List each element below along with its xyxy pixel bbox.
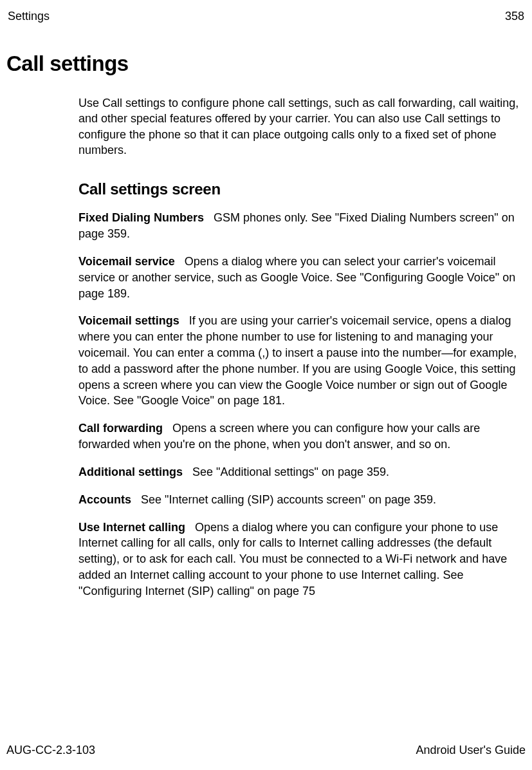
intro-paragraph: Use Call settings to configure phone cal…	[78, 95, 526, 158]
entry-text: If you are using your carrier's voicemai…	[78, 314, 517, 407]
header-section: Settings	[8, 10, 50, 23]
entry-label: Additional settings	[78, 465, 192, 478]
footer-doc-id: AUG-CC-2.3-103	[6, 744, 95, 757]
entry-accounts: AccountsSee "Internet calling (SIP) acco…	[78, 492, 526, 508]
entry-label: Use Internet calling	[78, 521, 195, 534]
entry-voicemail-service: Voicemail serviceOpens a dialog where yo…	[78, 254, 526, 301]
entry-voicemail-settings: Voicemail settingsIf you are using your …	[78, 313, 526, 409]
entry-label: Voicemail settings	[78, 314, 189, 327]
entry-label: Call forwarding	[78, 422, 172, 435]
header-page-number: 358	[505, 10, 524, 23]
page-footer: AUG-CC-2.3-103 Android User's Guide	[6, 744, 526, 757]
content-area: Use Call settings to configure phone cal…	[78, 95, 526, 599]
entry-label: Accounts	[78, 493, 141, 506]
entry-text: See "Internet calling (SIP) accounts scr…	[141, 493, 436, 506]
page-header: Settings 358	[6, 10, 526, 24]
entry-use-internet-calling: Use Internet callingOpens a dialog where…	[78, 520, 526, 599]
entry-label: Fixed Dialing Numbers	[78, 211, 214, 224]
footer-guide-name: Android User's Guide	[416, 744, 526, 757]
entry-call-forwarding: Call forwardingOpens a screen where you …	[78, 420, 526, 453]
entry-fixed-dialing: Fixed Dialing NumbersGSM phones only. Se…	[78, 210, 526, 242]
page-title: Call settings	[6, 52, 526, 76]
entry-label: Voicemail service	[78, 255, 185, 268]
entry-additional-settings: Additional settingsSee "Additional setti…	[78, 464, 526, 480]
section-subtitle: Call settings screen	[78, 180, 526, 198]
entry-text: See "Additional settings" on page 359.	[192, 465, 389, 478]
